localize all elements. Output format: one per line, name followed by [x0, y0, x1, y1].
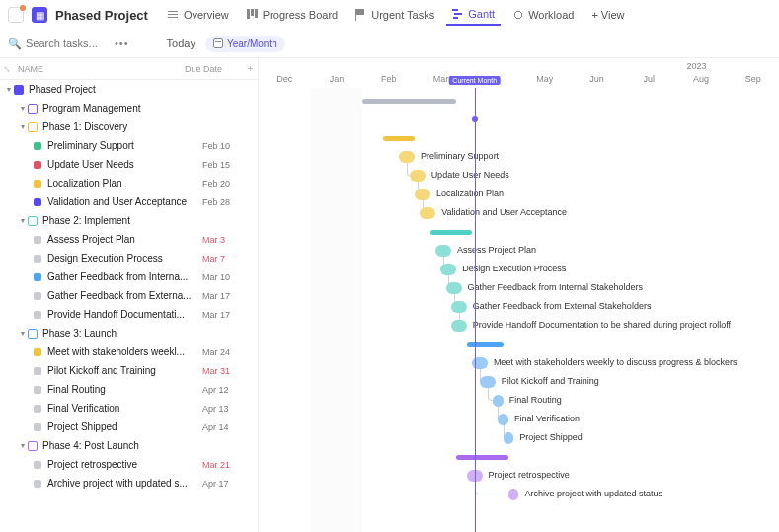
search-input[interactable] [26, 38, 105, 49]
gantt-task-bar[interactable] [508, 489, 519, 500]
gantt-task-bar[interactable] [451, 320, 467, 332]
gantt-task-bar[interactable] [415, 189, 430, 200]
tab-addview[interactable]: + View [585, 4, 630, 26]
view-tabs: OverviewProgress BoardUrgent TasksGanttW… [162, 4, 631, 26]
gantt-group-bar[interactable] [383, 136, 415, 141]
gantt-task-label: Meet with stakeholders weekly to discuss… [494, 357, 738, 367]
folder-icon [14, 85, 24, 95]
gantt-task-bar[interactable] [435, 245, 451, 257]
today-button[interactable]: Today [167, 38, 195, 49]
disclosure-icon[interactable]: ▾ [18, 216, 28, 225]
gantt-group-bar[interactable] [430, 230, 472, 235]
gantt-group-bar[interactable] [467, 342, 504, 347]
disclosure-icon[interactable]: ▾ [18, 122, 28, 131]
status-bullet [34, 255, 41, 263]
task-row[interactable]: Design Execution ProcessMar 7 [0, 249, 258, 267]
task-row[interactable]: Preliminary SupportFeb 10 [0, 136, 258, 155]
task-row[interactable]: Project ShippedApr 14 [0, 418, 258, 436]
app-icon[interactable] [8, 7, 24, 23]
disclosure-icon[interactable]: ▾ [4, 85, 14, 94]
current-month-badge: Current Month [448, 76, 501, 85]
gantt-task-bar[interactable] [446, 282, 462, 294]
work-icon [512, 9, 524, 21]
tab-progress[interactable]: Progress Board [241, 4, 344, 26]
status-bullet [34, 480, 41, 488]
task-row[interactable]: Provide Handoff Documentati...Mar 17 [0, 305, 258, 324]
gantt-task-bar[interactable] [504, 432, 514, 444]
tab-label: Gantt [468, 8, 495, 20]
add-column-button[interactable]: ＋ [242, 62, 258, 75]
range-toggle[interactable]: Year/Month [205, 36, 285, 52]
row-due-date: Mar 21 [202, 460, 258, 470]
tree-columns-header: ⤡ NAME Due Date ＋ [0, 58, 258, 80]
task-row[interactable]: Meet with stakeholders weekl...Mar 24 [0, 342, 258, 361]
task-row[interactable]: Validation and User AcceptanceFeb 28 [0, 192, 258, 211]
group-row[interactable]: ▾Phase 3: Launch [0, 324, 258, 342]
row-name: Pilot Kickoff and Training [47, 365, 202, 376]
tab-label: Urgent Tasks [371, 9, 434, 21]
gantt-task-bar[interactable] [420, 207, 435, 219]
board-icon [247, 9, 259, 21]
tab-label: Overview [184, 9, 229, 21]
task-tree: ▾Phased Project▾Program Management▾Phase… [0, 80, 258, 532]
task-row[interactable]: Project retrospectiveMar 21 [0, 455, 258, 474]
app-header: ▦ Phased Project OverviewProgress BoardU… [0, 0, 779, 30]
row-due-date: Mar 7 [202, 254, 258, 264]
gantt-task-bar[interactable] [410, 170, 426, 182]
gantt-task-bar[interactable] [493, 395, 504, 407]
row-name: Preliminary Support [47, 140, 202, 151]
tab-overview[interactable]: Overview [162, 4, 235, 26]
task-row[interactable]: Assess Project PlanMar 3 [0, 230, 258, 249]
gantt-task-bar[interactable] [451, 301, 467, 313]
row-name: Project Shipped [47, 421, 202, 432]
group-row[interactable]: ▾Phase 4: Post Launch [0, 436, 258, 455]
status-bullet [34, 461, 41, 469]
row-due-date: Mar 3 [202, 235, 258, 245]
row-name: Assess Project Plan [47, 234, 202, 245]
month-label: Jun [571, 74, 623, 88]
status-bullet [34, 273, 41, 281]
status-bullet [34, 311, 41, 319]
group-row[interactable]: ▾Program Management [0, 99, 258, 117]
status-bullet [34, 423, 41, 431]
group-row[interactable]: ▾Phase 2: Implement [0, 211, 258, 230]
task-row[interactable]: Gather Feedback from Interna...Mar 10 [0, 267, 258, 286]
tab-urgent[interactable]: Urgent Tasks [350, 4, 440, 26]
disclosure-icon[interactable]: ▾ [18, 104, 28, 113]
disclosure-icon[interactable]: ▾ [18, 329, 28, 338]
row-name: Final Verification [47, 403, 202, 414]
task-row[interactable]: Final RoutingApr 12 [0, 380, 258, 399]
group-row[interactable]: ▾Phased Project [0, 80, 258, 99]
gantt-task-bar[interactable] [498, 414, 508, 425]
status-bullet [34, 348, 41, 356]
gantt-task-bar[interactable] [480, 376, 496, 388]
disclosure-icon[interactable]: ▾ [18, 441, 28, 450]
row-name: Phase 4: Post Launch [42, 440, 202, 451]
task-row[interactable]: Pilot Kickoff and TrainingMar 31 [0, 361, 258, 380]
gantt-group-bar[interactable] [362, 99, 456, 104]
list-icon [28, 104, 38, 114]
more-menu[interactable]: ••• [115, 38, 129, 49]
gantt-task-bar[interactable] [440, 264, 456, 275]
group-row[interactable]: ▾Phase 1: Discovery [0, 117, 258, 136]
collapse-all-icon[interactable]: ⤡ [0, 64, 14, 74]
row-due-date: Feb 20 [202, 179, 258, 189]
tab-workload[interactable]: Workload [506, 4, 580, 26]
gantt-task-bar[interactable] [399, 151, 415, 163]
status-bullet [34, 198, 41, 206]
gantt-task-label: Update User Needs [431, 170, 509, 180]
task-row[interactable]: Update User NeedsFeb 15 [0, 155, 258, 174]
month-header: DecJanFebMarAprMayJunJulAugSep [259, 74, 779, 88]
task-row[interactable]: Localization PlanFeb 20 [0, 174, 258, 192]
tab-gantt[interactable]: Gantt [446, 4, 501, 26]
gantt-task-label: Project Shipped [519, 432, 583, 442]
task-row[interactable]: Archive project with updated s...Apr 17 [0, 474, 258, 493]
task-row[interactable]: Gather Feedback from Externa...Mar 17 [0, 286, 258, 305]
project-title: Phased Project [55, 8, 148, 23]
gantt-pane[interactable]: 2023 DecJanFebMarAprMayJunJulAugSep Prel… [259, 58, 779, 532]
row-due-date: Feb 28 [202, 197, 258, 207]
task-row[interactable]: Final VerificationApr 13 [0, 399, 258, 418]
gantt-body: Preliminary SupportUpdate User NeedsLoca… [259, 88, 779, 532]
gantt-group-bar[interactable] [456, 455, 508, 460]
status-bullet [34, 236, 41, 244]
